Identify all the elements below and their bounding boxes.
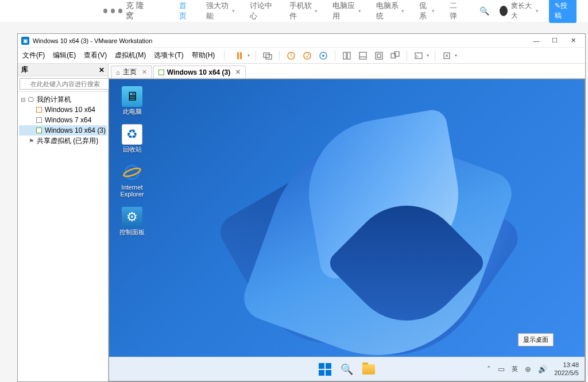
menu-help[interactable]: 帮助(H) bbox=[192, 51, 215, 60]
svg-rect-7 bbox=[347, 52, 350, 59]
desktop-icon-ie[interactable]: Internet Explorer bbox=[116, 162, 148, 198]
site-logo[interactable]: 克 隆 窝 bbox=[103, 1, 150, 21]
tree-vm-w10b[interactable]: Windows 10 x64 (3) bbox=[19, 125, 107, 136]
computer-icon: 🖵 bbox=[27, 96, 35, 103]
home-icon: ⌂ bbox=[116, 69, 120, 76]
revert-button[interactable] bbox=[301, 50, 313, 61]
desktop-icon-ctrl[interactable]: ⚙ 控制面板 bbox=[116, 207, 148, 236]
view-thumb-button[interactable] bbox=[357, 50, 369, 61]
library-panel: 库 ✕ 🔍 ▾ ⊟ 🖵 我的计算机 Windows 10 x64 bbox=[18, 64, 109, 381]
manage-button[interactable] bbox=[318, 50, 329, 61]
tabbar: ⌂ 主页 ✕ Windows 10 x64 (3) ✕ bbox=[109, 64, 585, 79]
website-header: 克 隆 窝 首页 强大功能▾ 讨论中心 手机软件▾ 电脑应用▾ 电脑系统▾ 侃系… bbox=[0, 0, 588, 22]
user-menu[interactable]: 窝长大大▾ bbox=[500, 1, 539, 21]
svg-rect-12 bbox=[391, 53, 396, 58]
main-area: ⌂ 主页 ✕ Windows 10 x64 (3) ✕ bbox=[109, 64, 585, 381]
svg-point-3 bbox=[304, 52, 311, 59]
vmware-window: ▣ Windows 10 x64 (3) - VMware Workstatio… bbox=[17, 33, 586, 382]
tab-close-icon[interactable]: ✕ bbox=[142, 68, 147, 76]
vm-tree: ⊟ 🖵 我的计算机 Windows 10 x64 Windows 7 x64 W… bbox=[18, 92, 108, 148]
pause-button[interactable] bbox=[234, 50, 245, 61]
menu-edit[interactable]: 编辑(E) bbox=[53, 51, 76, 60]
nav-kan[interactable]: 侃系▾ bbox=[419, 1, 435, 21]
menu-file[interactable]: 文件(F) bbox=[22, 51, 45, 60]
nav-pcsys[interactable]: 电脑系统▾ bbox=[376, 1, 404, 21]
svg-rect-10 bbox=[376, 52, 382, 59]
close-button[interactable]: ✕ bbox=[564, 35, 582, 47]
vm-running-icon bbox=[36, 128, 42, 133]
menu-vm[interactable]: 虚拟机(M) bbox=[115, 51, 146, 60]
svg-point-5 bbox=[322, 55, 324, 57]
nav-er[interactable]: 二弹 bbox=[450, 1, 462, 21]
recycle-icon: ♻ bbox=[122, 124, 142, 145]
unity-button[interactable] bbox=[389, 50, 401, 61]
minimize-button[interactable]: — bbox=[528, 35, 545, 47]
search-icon[interactable]: 🔍 bbox=[479, 6, 489, 16]
library-header: 库 ✕ bbox=[18, 64, 108, 76]
stretch-button[interactable] bbox=[441, 50, 452, 61]
window-title: Windows 10 x64 (3) - VMware Workstation bbox=[33, 37, 152, 44]
system-tray: ˄ ▭ 英 ⊕ 🔊 13:48 2022/5/5 bbox=[487, 361, 585, 376]
nav-power[interactable]: 强大功能▾ bbox=[206, 1, 234, 21]
site-nav: 首页 强大功能▾ 讨论中心 手机软件▾ 电脑应用▾ 电脑系统▾ 侃系▾ 二弹 bbox=[179, 1, 462, 21]
console-button[interactable] bbox=[413, 50, 424, 61]
desktop-icon-recycle[interactable]: ♻ 回收站 bbox=[116, 124, 148, 153]
send-keys-button[interactable] bbox=[262, 50, 273, 61]
tray-display-icon[interactable]: ▭ bbox=[498, 365, 505, 373]
tab-close-icon[interactable]: ✕ bbox=[235, 68, 241, 76]
library-close-button[interactable]: ✕ bbox=[99, 66, 105, 74]
stretch-dropdown[interactable]: ▾ bbox=[455, 53, 457, 58]
nav-home[interactable]: 首页 bbox=[179, 1, 192, 21]
avatar-icon bbox=[500, 6, 508, 16]
taskbar-search[interactable]: 🔍 bbox=[339, 361, 355, 377]
taskbar: 🔍 ˄ ▭ 英 ⊕ 🔊 13:48 2022/5/5 bbox=[109, 357, 585, 381]
view-single-button[interactable] bbox=[341, 50, 353, 61]
tray-network-icon[interactable]: ⊕ bbox=[525, 365, 531, 373]
post-button[interactable]: ✎投稿 bbox=[549, 0, 577, 23]
menu-tabs[interactable]: 选项卡(T) bbox=[154, 51, 183, 60]
svg-rect-8 bbox=[359, 52, 366, 59]
vm-icon bbox=[36, 107, 42, 113]
wallpaper-bloom bbox=[223, 102, 544, 381]
desktop-icon-thispc[interactable]: 🖥 此电脑 bbox=[116, 86, 148, 115]
fullscreen-button[interactable] bbox=[373, 50, 385, 61]
windows-logo-icon bbox=[319, 363, 331, 376]
tree-mypc[interactable]: ⊟ 🖵 我的计算机 bbox=[19, 94, 107, 105]
svg-rect-13 bbox=[394, 52, 399, 56]
folder-icon bbox=[362, 364, 375, 375]
svg-rect-11 bbox=[377, 54, 381, 57]
tab-vm[interactable]: Windows 10 x64 (3) ✕ bbox=[153, 65, 246, 78]
tab-home[interactable]: ⌂ 主页 ✕ bbox=[111, 65, 152, 78]
tray-chevron-icon[interactable]: ˄ bbox=[487, 365, 491, 373]
taskbar-explorer[interactable] bbox=[361, 361, 377, 377]
svg-rect-1 bbox=[266, 55, 272, 59]
console-dropdown[interactable]: ▾ bbox=[427, 53, 429, 58]
start-button[interactable] bbox=[317, 361, 333, 377]
menu-view[interactable]: 查看(V) bbox=[84, 51, 107, 60]
guest-desktop[interactable]: 🖥 此电脑 ♻ 回收站 Internet Explorer ⚙ 控制面板 bbox=[109, 79, 585, 381]
control-panel-icon: ⚙ bbox=[122, 207, 142, 227]
maximize-button[interactable]: ☐ bbox=[546, 35, 563, 47]
ie-icon bbox=[122, 162, 142, 183]
tray-volume-icon[interactable]: 🔊 bbox=[538, 365, 547, 373]
thispc-icon: 🖥 bbox=[122, 86, 142, 107]
nav-pcapp[interactable]: 电脑应用▾ bbox=[332, 1, 361, 21]
vm-running-icon bbox=[158, 70, 164, 75]
titlebar[interactable]: ▣ Windows 10 x64 (3) - VMware Workstatio… bbox=[18, 34, 585, 48]
nav-forum[interactable]: 讨论中心 bbox=[250, 1, 274, 21]
tree-shared[interactable]: ⚑ 共享虚拟机 (已弃用) bbox=[19, 136, 107, 146]
svg-rect-0 bbox=[264, 53, 269, 57]
svg-rect-14 bbox=[415, 53, 422, 59]
tray-clock[interactable]: 13:48 2022/5/5 bbox=[554, 361, 579, 376]
pause-dropdown[interactable]: ▾ bbox=[247, 53, 250, 58]
tray-lang1[interactable]: 英 bbox=[512, 365, 518, 373]
nav-mobile[interactable]: 手机软件▾ bbox=[289, 1, 318, 21]
tree-vm-w10[interactable]: Windows 10 x64 bbox=[19, 105, 107, 115]
vm-icon bbox=[36, 117, 42, 123]
svg-rect-6 bbox=[343, 52, 346, 59]
snapshot-button[interactable] bbox=[285, 50, 297, 61]
tree-vm-w7[interactable]: Windows 7 x64 bbox=[19, 115, 107, 125]
library-search-input[interactable] bbox=[20, 78, 113, 90]
collapse-icon[interactable]: ⊟ bbox=[20, 97, 25, 103]
show-desktop-tooltip: 显示桌面 bbox=[518, 333, 554, 346]
